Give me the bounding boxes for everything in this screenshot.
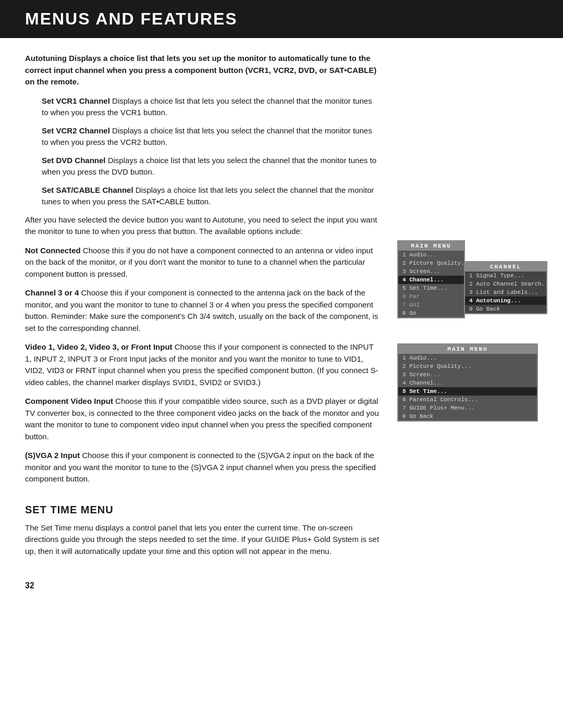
channel-item-4: 4 Autotuning... (465, 297, 546, 305)
component-para: Component Video Input Choose this if you… (25, 396, 381, 442)
main-menu-item-1-7: 7 GUI (398, 301, 464, 309)
sat-label: Set SAT/CABLE Channel (42, 186, 133, 194)
main-menu2-item-4: 4 Channel... (398, 379, 537, 387)
main-menu-item-1-2: 2 Picture Quality... (398, 259, 464, 267)
vcr2-label: Set VCR2 Channel (42, 126, 110, 135)
main-menu2-item-8: 0 Go Back (398, 412, 537, 421)
main-text-area: Autotuning Displays a choice list that l… (25, 53, 397, 564)
main-menu2-item-3: 3 Screen... (398, 371, 537, 379)
channel-item-3: 3 List and Labels... (465, 288, 546, 297)
channel-item-5: 0 Go Back (465, 305, 546, 313)
main-menu-item-1-1: 1 Audio... (398, 251, 464, 259)
vcr1-block: Set VCR1 Channel Displays a choice list … (42, 95, 381, 119)
channel-menu-panel: CHANNEL 1 Signal Type... 2 Auto Channel … (464, 261, 547, 314)
channel-item-2: 2 Auto Channel Search... (465, 280, 546, 288)
autotuning-label: Autotuning Displays a choice list that l… (25, 54, 376, 86)
sat-block: Set SAT/CABLE Channel Displays a choice … (42, 184, 381, 208)
main-menu2-item-6: 6 Parental Controls... (398, 396, 537, 404)
page-number: 32 (0, 581, 563, 590)
svga-para: (S)VGA 2 Input Choose this if your compo… (25, 450, 381, 485)
main-menu-item-1-5: 5 Set Time... (398, 284, 464, 292)
channel-item-1: 1 Signal Type... (465, 272, 546, 280)
set-time-para: The Set Time menu displays a control pan… (25, 522, 381, 558)
vcr2-block: Set VCR2 Channel Displays a choice list … (42, 125, 381, 149)
right-panels: MAIN MENU 1 Audio... 2 Picture Quality..… (397, 53, 538, 564)
channel34-label: Channel 3 or 4 (25, 288, 79, 297)
svga-label: (S)VGA 2 Input (25, 451, 80, 460)
main-menu2-item-7: 7 GUIDE Plus+ Menu... (398, 404, 537, 412)
not-connected-label: Not Connected (25, 246, 81, 255)
not-connected-para: Not Connected Choose this if you do not … (25, 245, 381, 280)
menu-panel-group-2: MAIN MENU 1 Audio... 2 Picture Quality..… (397, 343, 538, 422)
main-menu-panel-1: MAIN MENU 1 Audio... 2 Picture Quality..… (397, 240, 465, 318)
main-menu-item-1-8: 0 Go (398, 309, 464, 317)
set-time-section-title: Set Time Menu (25, 504, 381, 516)
after-para: After you have selected the device butto… (25, 214, 381, 238)
component-label: Component Video Input (25, 397, 113, 405)
autotuning-intro: Autotuning Displays a choice list that l… (25, 53, 381, 88)
video-para: Video 1, Video 2, Video 3, or Front Inpu… (25, 341, 381, 388)
main-menu2-item-5: 5 Set Time... (398, 387, 537, 396)
main-menu-title-1: MAIN MENU (398, 241, 464, 251)
menu-panel-group-1: MAIN MENU 1 Audio... 2 Picture Quality..… (397, 240, 538, 318)
dvd-block: Set DVD Channel Displays a choice list t… (42, 155, 381, 178)
main-menu-item-1-6: 6 Par (398, 292, 464, 301)
channel-menu-title: CHANNEL (465, 262, 546, 272)
main-menu-panel-2: MAIN MENU 1 Audio... 2 Picture Quality..… (397, 343, 538, 422)
main-menu-title-2: MAIN MENU (398, 344, 537, 354)
channel34-para: Channel 3 or 4 Choose this if your compo… (25, 287, 381, 334)
vcr1-label: Set VCR1 Channel (42, 96, 110, 105)
main-menu2-item-1: 1 Audio... (398, 354, 537, 362)
dvd-label: Set DVD Channel (42, 156, 106, 165)
page-header: Menus and Features (0, 0, 563, 38)
main-menu-item-1-4: 4 Channel... (398, 276, 464, 284)
video-label: Video 1, Video 2, Video 3, or Front Inpu… (25, 342, 173, 351)
page-title: Menus and Features (25, 9, 538, 29)
main-menu2-item-2: 2 Picture Quality... (398, 362, 537, 371)
main-menu-item-1-3: 3 Screen... (398, 267, 464, 276)
